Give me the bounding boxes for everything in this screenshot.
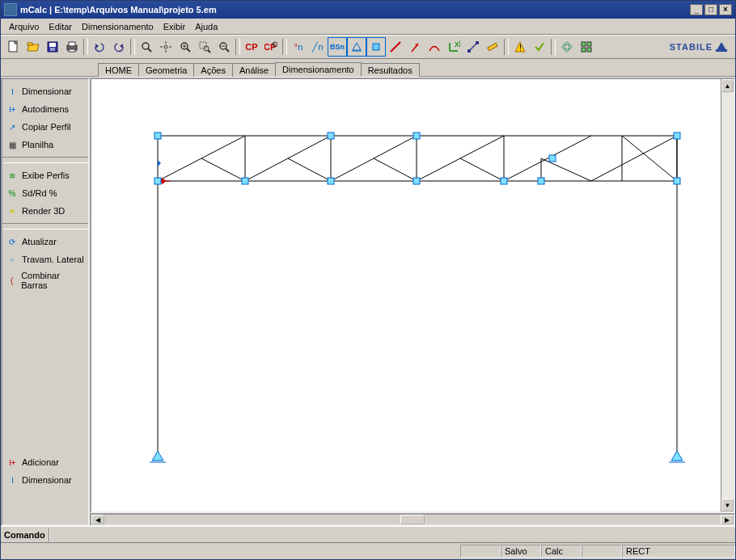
sidebar-item-label: Autodimens [22, 104, 69, 114]
bsn-icon[interactable]: BSn [328, 37, 347, 57]
tab-bar: HOME Geometria Ações Análise Dimensionam… [1, 59, 735, 77]
sidebar-item-dimensionar2[interactable]: ⅠDimensionar [2, 471, 88, 489]
horizontal-scrollbar[interactable]: ◀ ▶ [90, 513, 735, 526]
sidebar-item-travam[interactable]: ▫Travam. Lateral [2, 251, 88, 268]
sidebar-item-exibe[interactable]: ≋Exibe Perfis [2, 166, 88, 184]
svg-line-73 [460, 158, 504, 181]
grid-icon[interactable] [577, 37, 596, 57]
check-icon[interactable] [530, 37, 549, 57]
zoom-icon[interactable] [137, 37, 156, 57]
vertical-scrollbar[interactable]: ▲ ▼ [721, 79, 734, 512]
open-icon[interactable] [23, 37, 43, 57]
minimize-button[interactable]: _ [690, 4, 703, 15]
menu-ajuda[interactable]: Ajuda [190, 20, 222, 33]
percent-icon: % [6, 187, 19, 200]
sidebar-item-dimensionar[interactable]: ⅠDimensionar [2, 82, 88, 100]
measure-icon[interactable] [483, 37, 502, 57]
profile-icon: ≋ [6, 169, 19, 182]
axis-icon[interactable]: xL [444, 37, 463, 57]
tab-dimensionamento[interactable]: Dimensionamento [275, 62, 362, 77]
sidebar-item-render[interactable]: ✦Render 3D [2, 202, 88, 220]
status-empty1 [460, 545, 501, 558]
sidebar-item-sdrd[interactable]: %Sd/Rd % [2, 184, 88, 202]
svg-rect-9 [69, 49, 75, 52]
drawing-canvas[interactable]: ▲ ▼ [90, 78, 735, 513]
svg-marker-78 [158, 160, 161, 166]
svg-rect-82 [154, 133, 161, 139]
menu-dimensionamento[interactable]: Dimensionamento [77, 20, 159, 33]
tab-geometria[interactable]: Geometria [138, 63, 194, 77]
redo-icon[interactable] [109, 37, 129, 57]
command-label: Comando [4, 530, 45, 540]
menu-editar[interactable]: Editar [44, 20, 77, 33]
zoom-window-icon[interactable] [195, 37, 214, 57]
main-toolbar: CP CP °n ╱n BSn xL ! STABILE [1, 35, 735, 59]
node-select-icon[interactable] [366, 37, 386, 57]
sidebar: ⅠDimensionar Ⅰ+Autodimens ↗Copiar Perfil… [1, 78, 90, 526]
view3d-icon[interactable] [557, 37, 577, 57]
svg-rect-49 [587, 42, 591, 46]
tab-resultados[interactable]: Resultados [361, 63, 420, 77]
svg-rect-5 [49, 43, 56, 47]
lock-lateral-icon: ▫ [6, 253, 19, 266]
svg-rect-89 [328, 178, 334, 184]
sidebar-item-label: Exibe Perfis [22, 171, 70, 180]
status-rect: RECT [622, 545, 735, 558]
new-icon[interactable] [4, 37, 23, 57]
svg-rect-41 [467, 49, 471, 53]
sidebar-item-label: Planilha [22, 140, 53, 149]
svg-line-28 [226, 48, 229, 52]
menubar: Arquivo Editar Dimensionamento Exibir Aj… [1, 19, 735, 35]
work-area: ⅠDimensionar Ⅰ+Autodimens ↗Copiar Perfil… [1, 77, 735, 526]
render3d-icon: ✦ [6, 204, 19, 217]
svg-line-77 [622, 136, 677, 181]
sidebar-item-atualizar[interactable]: ⟳Atualizar [2, 233, 88, 251]
cp-reset-icon[interactable]: CP [261, 37, 281, 57]
sidebar-item-autodimens[interactable]: Ⅰ+Autodimens [2, 100, 88, 118]
tab-acoes[interactable]: Ações [193, 63, 233, 77]
menu-exibir[interactable]: Exibir [159, 20, 191, 33]
support-icon[interactable] [347, 37, 366, 57]
member-icon[interactable] [386, 37, 405, 57]
bar-label-icon[interactable]: ╱n [308, 37, 328, 57]
tab-analise[interactable]: Análise [232, 63, 276, 77]
scroll-left-icon[interactable]: ◀ [91, 515, 104, 524]
svg-rect-93 [674, 178, 680, 184]
menu-arquivo[interactable]: Arquivo [4, 20, 44, 33]
tab-home[interactable]: HOME [98, 63, 139, 77]
pan-icon[interactable] [156, 37, 176, 57]
svg-marker-10 [95, 44, 99, 48]
scroll-right-icon[interactable]: ▶ [721, 515, 734, 524]
sidebar-item-combinar[interactable]: (Combinar Barras [2, 268, 88, 293]
sidebar-item-planilha[interactable]: ▦Planilha [2, 136, 88, 154]
svg-rect-48 [582, 42, 586, 46]
svg-line-69 [288, 158, 331, 181]
print-icon[interactable] [62, 37, 82, 57]
sidebar-item-label: Travam. Lateral [22, 255, 84, 264]
svg-point-47 [565, 42, 569, 52]
ibeam-plus-icon: Ⅰ+ [6, 103, 19, 116]
zoom-out-icon[interactable] [214, 37, 234, 57]
scroll-thumb[interactable] [400, 515, 425, 524]
scroll-up-icon[interactable]: ▲ [721, 79, 734, 92]
save-icon[interactable] [43, 37, 62, 57]
scroll-down-icon[interactable]: ▼ [721, 499, 734, 512]
svg-rect-50 [582, 48, 586, 52]
svg-point-14 [164, 45, 167, 48]
canvas-wrap: ▲ ▼ ◀ ▶ [90, 78, 735, 526]
edit-line-icon[interactable] [463, 37, 483, 57]
close-button[interactable]: × [719, 4, 732, 15]
cp-icon[interactable]: CP [242, 37, 261, 57]
warning-icon[interactable]: ! [510, 37, 530, 57]
sidebar-item-copiar[interactable]: ↗Copiar Perfil [2, 118, 88, 136]
sidebar-item-adicionar[interactable]: Ⅰ+Adicionar [2, 453, 88, 471]
brand-label: STABILE [670, 42, 732, 52]
curve-icon[interactable] [425, 37, 444, 57]
undo-icon[interactable] [90, 37, 109, 57]
svg-rect-42 [476, 41, 479, 44]
zoom-extents-icon[interactable] [176, 37, 195, 57]
maximize-button[interactable]: □ [704, 4, 717, 15]
arrow-up-icon[interactable] [405, 37, 425, 57]
node-label-icon[interactable]: °n [289, 37, 308, 57]
svg-line-67 [201, 158, 245, 181]
